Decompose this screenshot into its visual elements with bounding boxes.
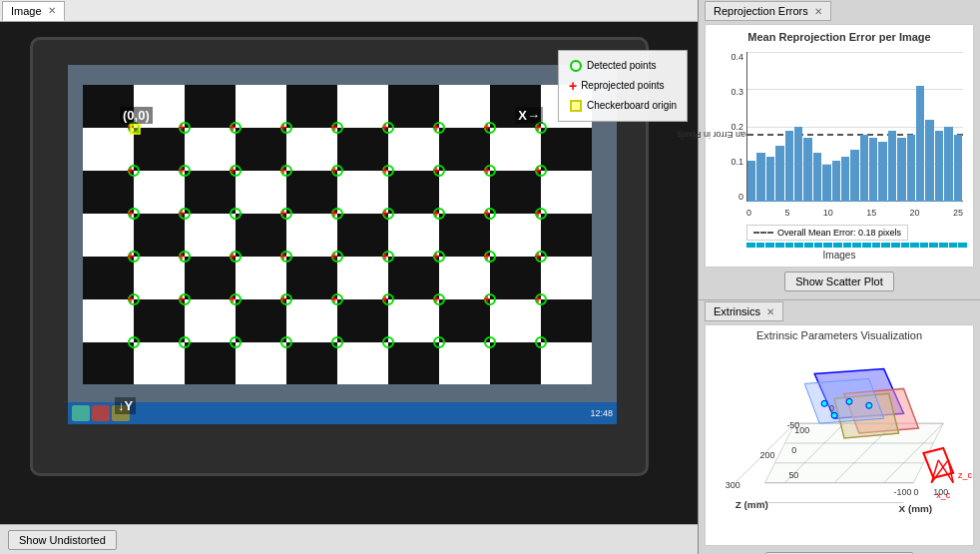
svg-text:+: + (127, 164, 134, 178)
show-scatter-plot-button[interactable]: Show Scatter Plot (784, 272, 893, 291)
svg-text:+: + (229, 250, 236, 264)
svg-text:Z (mm): Z (mm) (735, 499, 768, 510)
legend-reprojected: + Reprojected points (569, 76, 677, 96)
svg-text:+: + (483, 207, 490, 221)
reprojection-tab-close[interactable]: ✕ (814, 6, 822, 17)
svg-text:+: + (534, 164, 541, 178)
svg-rect-31 (83, 342, 134, 384)
svg-rect-3 (286, 85, 337, 128)
reprojection-chart-title: Mean Reprojection Error per Image (712, 31, 967, 43)
x-mark (949, 243, 958, 248)
x-mark (794, 243, 803, 248)
svg-text:0: 0 (913, 487, 918, 497)
svg-text:+: + (178, 292, 185, 306)
svg-text:+: + (178, 164, 185, 178)
extrinsics-tab-label: Extrinsics (714, 305, 760, 317)
svg-text:+: + (279, 164, 286, 178)
extrinsics-3d-svg: x_c z_c -50 0 50 300 200 100 0 (706, 343, 973, 543)
bar-item (794, 127, 802, 202)
mean-line-legend: Overall Mean Error: 0.18 pixels (746, 224, 967, 241)
svg-text:+: + (127, 207, 134, 221)
x-mark (872, 243, 881, 248)
x-mark (843, 243, 852, 248)
reprojection-chart-container: Mean Reprojection Error per Image Mean E… (705, 24, 974, 268)
x-mark (823, 243, 832, 248)
svg-text:+: + (178, 121, 185, 135)
x-mark (765, 243, 774, 248)
svg-marker-151 (804, 378, 883, 423)
svg-rect-22 (185, 257, 236, 299)
svg-rect-19 (439, 214, 490, 257)
svg-rect-33 (286, 342, 337, 384)
svg-rect-136 (571, 101, 581, 111)
x-axis-label: Images (712, 250, 967, 261)
svg-text:+: + (483, 164, 490, 178)
bottom-bar: Show Undistorted (0, 524, 698, 554)
bar-item (756, 153, 764, 202)
x-mark (929, 243, 938, 248)
bar-item (832, 161, 840, 202)
svg-rect-29 (439, 299, 490, 342)
reprojection-panel: Reprojection Errors ✕ Mean Reprojection … (699, 0, 980, 300)
svg-text:+: + (279, 292, 286, 306)
svg-rect-8 (337, 128, 388, 171)
svg-text:+: + (178, 207, 185, 221)
svg-text:+: + (330, 164, 337, 178)
svg-rect-10 (541, 128, 592, 171)
svg-rect-4 (388, 85, 439, 128)
scatter-btn-row: Show Scatter Plot (699, 272, 980, 291)
svg-rect-7 (236, 128, 286, 171)
extrinsics-tab-bar: Extrinsics ✕ (699, 300, 980, 322)
reprojection-tab[interactable]: Reprojection Errors ✕ (705, 1, 831, 21)
legend-origin: Checkerboard origin (569, 96, 677, 116)
svg-text:100: 100 (794, 425, 809, 435)
legend-box: Detected points + Reprojected points Che… (558, 50, 688, 122)
bars-container (746, 52, 963, 202)
image-tab-close[interactable]: ✕ (48, 5, 56, 16)
bar-chart: 0.4 0.3 0.2 0.1 0 (746, 52, 963, 202)
bar-item (925, 120, 933, 203)
svg-text:-100: -100 (894, 487, 912, 497)
svg-text:+: + (483, 250, 490, 264)
svg-rect-26 (134, 299, 185, 342)
svg-text:z_c: z_c (958, 470, 972, 480)
svg-text:+: + (127, 250, 134, 264)
svg-text:+: + (229, 121, 236, 135)
svg-rect-2 (185, 85, 236, 128)
svg-text:+: + (330, 121, 337, 135)
right-panel: Reprojection Errors ✕ Mean Reprojection … (699, 0, 980, 554)
extrinsics-tab[interactable]: Extrinsics ✕ (705, 301, 783, 321)
svg-point-135 (571, 61, 581, 71)
legend-detected: Detected points (569, 56, 677, 76)
svg-rect-35 (490, 342, 541, 384)
x-mark (910, 243, 919, 248)
bar-item (785, 131, 793, 202)
axis-y-label: ↓Y (115, 397, 136, 414)
extrinsics-tab-close[interactable]: ✕ (766, 306, 774, 317)
bar-item (944, 127, 952, 202)
svg-text:0: 0 (791, 445, 796, 455)
svg-rect-32 (185, 342, 236, 384)
svg-rect-9 (439, 128, 490, 171)
bar-item (841, 157, 849, 202)
bar-item (860, 135, 868, 203)
svg-text:+: + (534, 250, 541, 264)
svg-rect-6 (134, 128, 185, 171)
bar-item (907, 135, 915, 203)
svg-text:+: + (381, 292, 388, 306)
image-tab[interactable]: Image ✕ (2, 1, 65, 21)
svg-rect-12 (185, 171, 236, 214)
bar-item (897, 138, 905, 202)
x-tick-labels: 0 5 10 15 20 25 (746, 208, 963, 218)
mean-error-label: Overall Mean Error: 0.18 pixels (777, 228, 901, 238)
svg-point-159 (821, 400, 827, 406)
svg-point-160 (846, 398, 852, 404)
dashed-line-icon (753, 232, 773, 234)
extrinsics-panel: Extrinsics ✕ Extrinsic Parameters Visual… (699, 300, 980, 554)
bar-item (813, 153, 821, 202)
image-canvas: + + + + + + + + + + + + + + + (0, 22, 698, 524)
bar-item (850, 150, 858, 203)
x-mark (746, 243, 755, 248)
show-undistorted-button[interactable]: Show Undistorted (8, 530, 117, 550)
svg-text:200: 200 (760, 450, 775, 460)
